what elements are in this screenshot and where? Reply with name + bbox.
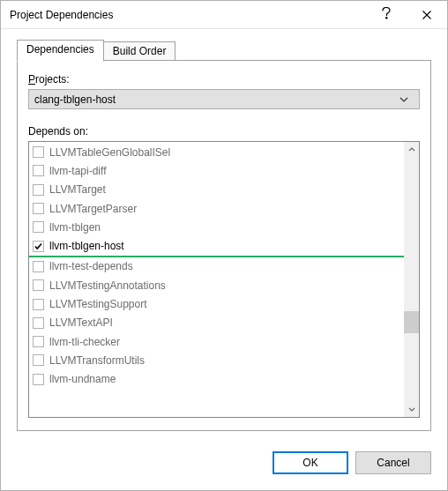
list-item[interactable]: llvm-tapi-diff — [29, 161, 404, 180]
list-item[interactable]: LLVMTextAPI — [29, 314, 404, 332]
list-item-label: llvm-tapi-diff — [49, 165, 106, 177]
dialog-buttons: OK Cancel — [1, 439, 447, 490]
list-item-label: llvm-tli-checker — [49, 336, 120, 348]
list-item[interactable]: LLVMTargetParser — [29, 199, 404, 218]
cancel-button[interactable]: Cancel — [355, 451, 431, 474]
list-item-label: LLVMTestingAnnotations — [49, 279, 166, 292]
projects-dropdown[interactable]: clang-tblgen-host — [28, 89, 420, 109]
chevron-down-icon — [399, 97, 414, 102]
list-item-label: LLVMTableGenGlobalISel — [49, 146, 170, 159]
list-item[interactable]: llvm-tli-checker — [29, 332, 404, 351]
list-item-label: LLVMTestingSupport — [49, 298, 147, 310]
tab-dependencies[interactable]: Dependencies — [17, 40, 104, 62]
list-item[interactable]: LLVMTableGenGlobalISel — [29, 143, 404, 161]
checkbox[interactable] — [33, 317, 44, 329]
help-icon — [382, 7, 391, 22]
list-item-label: LLVMTransformUtils — [49, 354, 145, 367]
scroll-thumb[interactable] — [404, 311, 419, 333]
scroll-up-button[interactable] — [404, 142, 419, 157]
tabstrip: DependenciesBuild Order — [17, 40, 431, 61]
depends-listbox[interactable]: LLVMTableGenGlobalISelllvm-tapi-diffLLVM… — [28, 141, 420, 418]
ok-button[interactable]: OK — [273, 451, 348, 474]
list-item[interactable]: LLVMTestingAnnotations — [29, 276, 404, 294]
scroll-track[interactable] — [404, 157, 419, 402]
help-button[interactable] — [366, 1, 407, 28]
list-item-label: llvm-tblgen-host — [49, 240, 124, 252]
checkbox[interactable] — [33, 354, 44, 366]
projects-dropdown-value: clang-tblgen-host — [34, 93, 399, 106]
close-button[interactable] — [407, 1, 447, 28]
list-item-label: LLVMTextAPI — [49, 316, 113, 329]
depends-on-label: Depends on: — [28, 125, 420, 138]
projects-label: Projects: — [28, 73, 420, 86]
svg-point-0 — [385, 17, 387, 19]
list-item[interactable]: llvm-tblgen-host — [29, 236, 404, 255]
scroll-down-button[interactable] — [404, 402, 419, 417]
list-item-label: llvm-tblgen — [49, 221, 101, 234]
list-item[interactable]: llvm-tblgen — [29, 218, 404, 236]
checkbox[interactable] — [33, 165, 44, 176]
tab-panel-dependencies: Projects: clang-tblgen-host Depends on: … — [17, 60, 431, 431]
checkbox[interactable] — [33, 336, 44, 347]
checkbox[interactable] — [33, 203, 44, 214]
window-title: Project Dependencies — [10, 9, 113, 21]
checkbox[interactable] — [33, 184, 44, 196]
list-item-label: llvm-test-depends — [49, 260, 133, 272]
list-item[interactable]: llvm-test-depends — [29, 257, 404, 276]
checkbox[interactable] — [33, 279, 44, 291]
checkbox[interactable] — [33, 241, 44, 252]
checkbox[interactable] — [33, 261, 44, 272]
titlebar: Project Dependencies — [1, 1, 447, 29]
list-item-label: llvm-undname — [49, 373, 116, 385]
list-item[interactable]: LLVMTestingSupport — [29, 294, 404, 313]
list-item-label: LLVMTarget — [49, 183, 106, 196]
checkbox[interactable] — [33, 374, 44, 385]
scrollbar[interactable] — [404, 142, 419, 417]
tab-build-order[interactable]: Build Order — [103, 41, 176, 61]
checkbox[interactable] — [33, 221, 44, 233]
list-item[interactable]: LLVMTarget — [29, 181, 404, 199]
close-icon — [422, 8, 431, 22]
list-item[interactable]: LLVMTransformUtils — [29, 351, 404, 369]
list-item-label: LLVMTargetParser — [49, 203, 137, 215]
checkbox[interactable] — [33, 146, 44, 158]
list-item[interactable]: llvm-undname — [29, 370, 404, 389]
checkbox[interactable] — [33, 299, 44, 310]
dialog-window: Project Dependencies DependenciesBuild O… — [0, 0, 448, 491]
dialog-body: DependenciesBuild Order Projects: clang-… — [1, 29, 447, 439]
